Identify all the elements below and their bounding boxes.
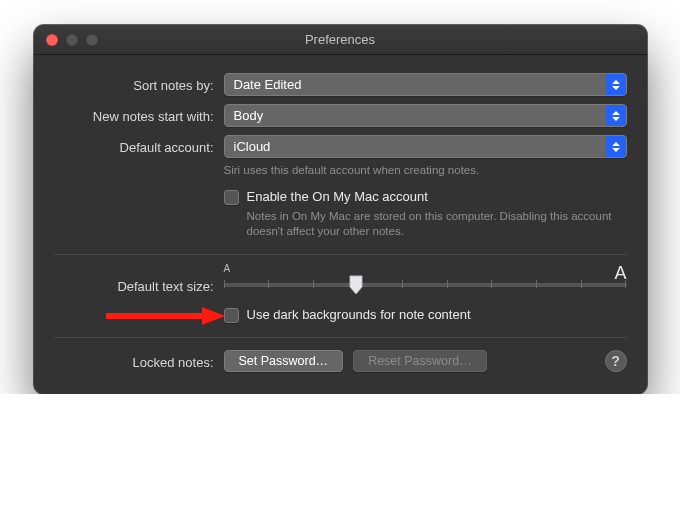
titlebar[interactable]: Preferences [34, 25, 647, 55]
set-password-button[interactable]: Set Password… [224, 350, 344, 372]
chevron-updown-icon [606, 136, 626, 157]
divider [54, 254, 627, 255]
sort-select-value: Date Edited [234, 77, 302, 92]
account-label: Default account: [54, 135, 224, 155]
start-select-value: Body [234, 108, 264, 123]
account-hint: Siri uses this default account when crea… [224, 163, 627, 179]
sort-label: Sort notes by: [54, 73, 224, 93]
textsize-label: Default text size: [54, 267, 224, 294]
content: Sort notes by: Date Edited New notes sta… [34, 55, 647, 394]
start-select[interactable]: Body [224, 104, 627, 127]
textsize-slider[interactable]: A A [224, 267, 627, 299]
dark-backgrounds-checkbox[interactable] [224, 308, 239, 323]
start-label: New notes start with: [54, 104, 224, 124]
account-select-value: iCloud [234, 139, 271, 154]
onmymac-checkbox[interactable] [224, 190, 239, 205]
sort-select[interactable]: Date Edited [224, 73, 627, 96]
locked-label: Locked notes: [54, 350, 224, 370]
slider-thumb-icon[interactable] [349, 275, 363, 295]
help-icon: ? [611, 353, 620, 369]
preferences-window: Preferences Sort notes by: Date Edited N… [34, 25, 647, 394]
divider [54, 337, 627, 338]
onmymac-hint: Notes in On My Mac are stored on this co… [247, 209, 627, 240]
chevron-updown-icon [606, 105, 626, 126]
account-select[interactable]: iCloud [224, 135, 627, 158]
reset-password-button: Reset Password… [353, 350, 487, 372]
chevron-updown-icon [606, 74, 626, 95]
window-title: Preferences [34, 32, 647, 47]
onmymac-label: Enable the On My Mac account [247, 189, 627, 204]
help-button[interactable]: ? [605, 350, 627, 372]
dark-backgrounds-label: Use dark backgrounds for note content [247, 307, 471, 322]
